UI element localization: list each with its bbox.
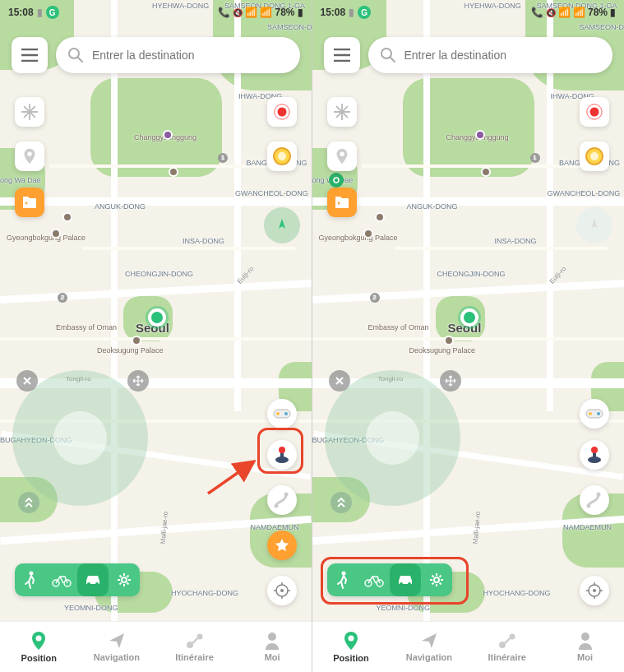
record-icon (585, 103, 603, 121)
mode-bike[interactable] (46, 563, 77, 596)
coin-button[interactable] (580, 141, 609, 171)
phone-icon: 📞 (531, 7, 543, 18)
record-icon (273, 103, 291, 121)
virtual-joystick[interactable] (325, 370, 460, 506)
mode-bike[interactable] (358, 563, 390, 596)
svg-point-25 (268, 633, 276, 641)
mode-settings[interactable] (109, 563, 140, 596)
bike-icon (364, 572, 384, 587)
snowflake-icon (333, 103, 351, 121)
nav-moi[interactable]: Moi (546, 622, 624, 672)
gamepad-button[interactable] (267, 399, 297, 429)
hamburger-icon (21, 49, 38, 62)
svg-point-27 (340, 152, 344, 157)
svg-point-29 (590, 108, 599, 117)
battery-text: 78% (588, 7, 608, 18)
move-mini-button[interactable] (440, 370, 461, 392)
joystick-thumb[interactable] (366, 411, 419, 465)
screen-right: HYEHWA-DONG SAMSEON DONG 1-GA SAMSEON-DO… (312, 0, 625, 672)
nav-navigation[interactable]: Navigation (78, 622, 156, 672)
folder-icon (334, 195, 350, 210)
compass-button[interactable] (264, 207, 300, 243)
location-gray-button[interactable] (15, 141, 44, 171)
nav-position[interactable]: Position (0, 622, 78, 672)
pin-icon (30, 631, 48, 651)
route-button[interactable] (267, 485, 297, 515)
move-icon (445, 375, 456, 387)
mode-walk[interactable] (327, 563, 358, 596)
target-button[interactable] (267, 576, 297, 605)
search-box[interactable] (368, 37, 613, 73)
record-button[interactable] (267, 97, 297, 127)
close-mini-button[interactable] (16, 370, 38, 392)
search-input[interactable] (404, 49, 602, 62)
route-nav-icon (185, 632, 205, 650)
gamepad-button[interactable] (580, 399, 609, 429)
green-badge (329, 173, 344, 188)
folder-button[interactable] (15, 188, 44, 217)
close-mini-button[interactable] (329, 370, 350, 392)
wifi-icon: 📶 (558, 7, 571, 18)
svg-point-22 (36, 636, 42, 642)
svg-point-7 (276, 412, 280, 415)
nav-navigation[interactable]: Navigation (390, 622, 468, 672)
svg-point-3 (277, 108, 286, 117)
joystick-button[interactable] (267, 440, 297, 470)
walk-icon (24, 571, 37, 589)
target-button[interactable] (580, 576, 609, 605)
joystick-button[interactable] (580, 440, 609, 470)
walk-icon (336, 571, 349, 589)
mode-car[interactable] (77, 563, 109, 596)
layers-mini-button[interactable] (18, 492, 39, 513)
joystick-icon (273, 446, 291, 464)
snowflake-button[interactable] (327, 97, 357, 127)
screen-left: HYEHWA-DONG SAMSEON DONG 1-GA SAMSEON-DO… (0, 0, 312, 672)
menu-button[interactable] (12, 37, 48, 73)
star-button[interactable] (267, 531, 297, 560)
nav-itineraire[interactable]: Itinéraire (155, 622, 233, 672)
search-input[interactable] (92, 49, 289, 62)
bike-icon (52, 572, 72, 587)
nav-moi[interactable]: Moi (233, 622, 312, 672)
snowflake-button[interactable] (15, 97, 44, 127)
phone-icon: 📞 (218, 7, 230, 18)
svg-point-52 (334, 178, 339, 183)
route-button[interactable] (580, 485, 609, 515)
folder-button[interactable] (327, 188, 357, 217)
joystick-thumb[interactable] (53, 411, 107, 465)
car-icon (84, 573, 102, 586)
svg-point-50 (509, 634, 515, 640)
person-icon (577, 632, 594, 650)
move-mini-button[interactable] (127, 370, 149, 392)
svg-point-12 (274, 504, 278, 508)
menu-button[interactable] (324, 37, 360, 73)
compass-button[interactable] (576, 207, 612, 243)
virtual-joystick[interactable] (12, 370, 148, 506)
nav-position[interactable]: Position (312, 622, 391, 672)
svg-point-15 (280, 589, 284, 592)
chevrons-up-icon (24, 497, 34, 508)
svg-point-24 (196, 634, 202, 640)
mode-car[interactable] (390, 563, 421, 596)
pin-icon (342, 631, 360, 651)
g-badge-icon: G (358, 6, 371, 19)
svg-point-5 (278, 152, 286, 160)
nav-itineraire[interactable]: Itinéraire (468, 622, 546, 672)
record-button[interactable] (580, 97, 609, 127)
mode-bar (327, 563, 452, 596)
location-gray-button[interactable] (327, 141, 357, 171)
layers-mini-button[interactable] (330, 492, 352, 513)
search-box[interactable] (56, 37, 300, 73)
target-icon (585, 582, 603, 600)
mode-settings[interactable] (421, 563, 452, 596)
svg-point-0 (69, 49, 79, 58)
svg-point-45 (400, 582, 403, 586)
compass-icon (586, 217, 603, 234)
svg-point-47 (434, 577, 439, 582)
status-bar: 15:08 ▮ G 📞 🔇 📶 📶 78% ▮ (0, 0, 312, 25)
signal-icon: 📶 (573, 7, 585, 18)
coin-button[interactable] (267, 141, 297, 171)
mode-walk[interactable] (15, 563, 46, 596)
pin-gray-icon (333, 147, 351, 165)
svg-point-46 (408, 582, 411, 586)
